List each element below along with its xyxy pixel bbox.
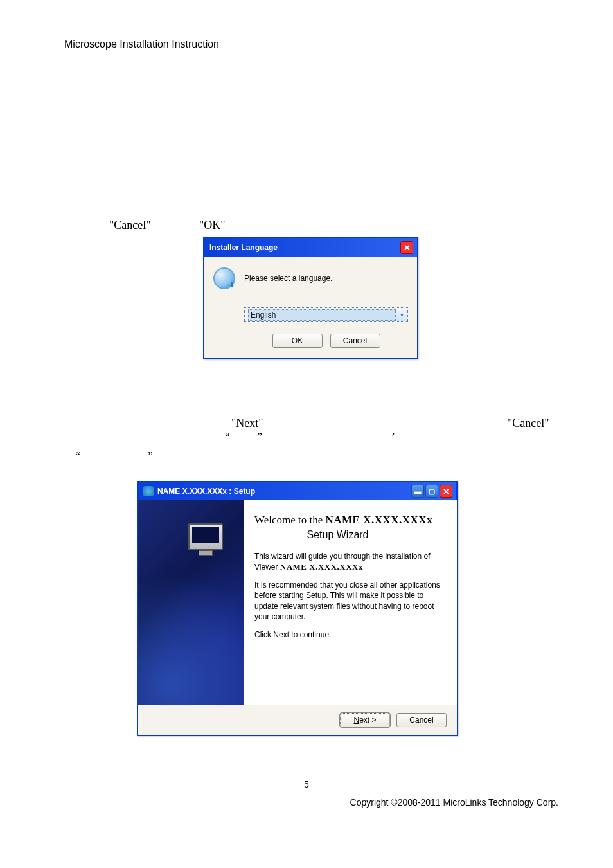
monitor-base-icon: [199, 550, 213, 556]
wizard-content: Welcome to the NAME X.XXX.XXXx Setup Wiz…: [244, 500, 457, 705]
language-select[interactable]: English ▾: [244, 307, 408, 322]
cancel-button[interactable]: Cancel: [396, 713, 447, 727]
minimize-icon: ▬: [414, 487, 422, 495]
next-rest: ext >: [359, 716, 376, 725]
copyright: Copyright ©2008-2011 MicroLinks Technolo…: [350, 797, 558, 808]
ok-button[interactable]: OK: [272, 334, 323, 348]
close-button[interactable]: ✕: [440, 485, 452, 498]
dialog-titlebar: Installer Language ✕: [204, 238, 417, 257]
wizard-p3: Click Next to continue.: [254, 629, 447, 640]
maximize-icon: ▢: [429, 487, 435, 496]
language-selected: English: [248, 309, 396, 321]
dialog-footer: Next > Cancel: [138, 705, 457, 735]
wizard-p2: It is recommended that you close all oth…: [254, 580, 447, 622]
wizard-sidebar-image: [138, 500, 244, 705]
dialog-title-text: Installer Language: [209, 243, 278, 252]
setup-wizard-dialog: NAME X.XXX.XXXx : Setup ▬ ▢ ✕ Welcome to…: [137, 481, 458, 736]
caption-next: "Next": [231, 417, 263, 430]
p1-name: NAME X.XXX.XXXx: [280, 562, 363, 572]
heading-line2: Setup Wizard: [254, 528, 447, 542]
page-number: 5: [0, 779, 613, 790]
maximize-button[interactable]: ▢: [425, 485, 438, 498]
caption-ok: "OK": [199, 219, 226, 232]
chevron-down-icon: ▾: [396, 308, 407, 321]
caption-cancel2: "Cancel": [508, 417, 549, 430]
page-header: Microscope Installation Instruction: [64, 39, 219, 50]
quote-mark: ”: [257, 431, 262, 444]
quote-mark: “: [75, 450, 80, 464]
installer-language-dialog: Installer Language ✕ Please select a lan…: [203, 237, 418, 359]
close-icon: ✕: [443, 487, 450, 496]
app-icon: [143, 486, 154, 496]
p1-line1: This wizard will guide you through the i…: [254, 552, 430, 561]
dialog-titlebar: NAME X.XXX.XXXx : Setup ▬ ▢ ✕: [138, 481, 457, 500]
caption-cancel: "Cancel": [109, 219, 151, 232]
next-underline: N: [353, 716, 359, 725]
close-icon: ✕: [404, 243, 411, 253]
quote-mark: ”: [148, 450, 153, 464]
dialog-body: Welcome to the NAME X.XXX.XXXx Setup Wiz…: [138, 500, 457, 705]
dialog-title-text: NAME X.XXX.XXXx : Setup: [157, 487, 255, 496]
language-prompt: Please select a language.: [244, 274, 332, 283]
monitor-icon: [188, 523, 223, 550]
quote-mark: ’: [391, 431, 395, 444]
close-button[interactable]: ✕: [400, 241, 413, 254]
heading-name: NAME X.XXX.XXXx: [326, 514, 433, 526]
wizard-p1: This wizard will guide you through the i…: [254, 551, 447, 573]
globe-icon: [213, 267, 235, 289]
heading-prefix: Welcome to the: [254, 514, 326, 526]
wizard-heading: Welcome to the NAME X.XXX.XXXx Setup Wiz…: [254, 513, 447, 542]
quote-mark: “: [225, 431, 230, 444]
next-button[interactable]: Next >: [340, 713, 390, 727]
minimize-button[interactable]: ▬: [411, 485, 424, 498]
dialog-body: Please select a language. English ▾ OK C…: [204, 257, 417, 358]
cancel-button[interactable]: Cancel: [330, 334, 380, 348]
p1-prefix: Viewer: [254, 563, 280, 572]
